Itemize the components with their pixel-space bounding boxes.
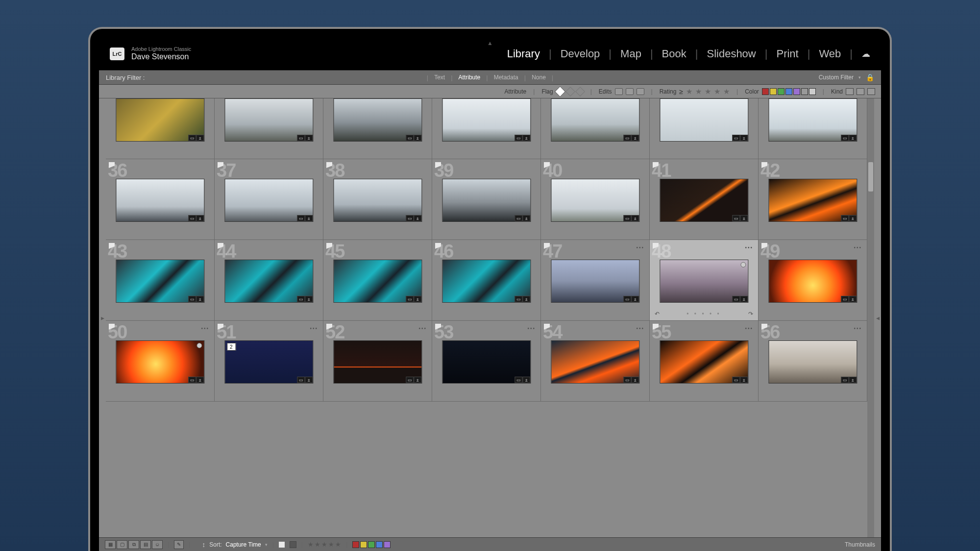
thumbnail-image[interactable]: ▭± — [768, 98, 857, 142]
thumbnail-cell[interactable]: ▭± — [432, 98, 541, 159]
thumbnail-image[interactable]: ▭± — [224, 260, 313, 303]
color-swatch-2[interactable] — [778, 88, 784, 95]
thumbnail-image[interactable]: ▭± — [551, 98, 639, 142]
thumbnail-cell[interactable]: 47•••▭± — [541, 240, 650, 321]
thumbnail-cell[interactable]: 40▭± — [541, 159, 650, 240]
thumbnail-image[interactable]: ▭± — [442, 340, 531, 383]
scrollbar-thumb[interactable] — [868, 162, 873, 192]
thumbnail-cell[interactable]: 37▭± — [215, 159, 323, 240]
thumbnail-image[interactable]: ▭± — [768, 260, 857, 303]
thumbnail-cell[interactable]: 45▭± — [323, 240, 432, 321]
more-icon[interactable]: ••• — [310, 326, 318, 331]
thumbnail-image[interactable]: ▭± — [660, 260, 748, 303]
thumbnail-cell[interactable]: ▭± — [323, 98, 432, 159]
more-icon[interactable]: ••• — [636, 326, 644, 331]
thumbnail-image[interactable]: ▭± — [551, 260, 639, 303]
people-view-icon[interactable]: ☺ — [152, 540, 163, 549]
rotate-right-icon[interactable]: ↷ — [748, 311, 753, 317]
nav-print[interactable]: Print — [767, 48, 807, 60]
filter-tab-metadata[interactable]: Metadata — [489, 74, 523, 81]
thumbnail-cell[interactable]: 51•••▭±2 — [215, 321, 323, 402]
edits-icon-1[interactable] — [615, 88, 623, 95]
scrollbar[interactable] — [867, 98, 874, 537]
thumbnail-cell[interactable]: 48•••▭±↶• • • • •↷ — [650, 240, 759, 321]
thumbnail-cell[interactable]: 46▭± — [432, 240, 541, 321]
custom-filter-label[interactable]: Custom Filter — [819, 74, 854, 81]
thumbnail-image[interactable]: ▭± — [660, 340, 748, 383]
rating-star-1[interactable]: ★ — [686, 87, 692, 96]
edits-icon-3[interactable] — [637, 88, 644, 95]
kind-virtual-icon[interactable] — [857, 88, 864, 95]
sort-direction-icon[interactable]: ↕ — [202, 541, 205, 549]
thumbnail-cell[interactable]: 43▭± — [106, 240, 215, 321]
flag-unflagged-icon[interactable] — [565, 87, 575, 96]
more-icon[interactable]: ••• — [745, 245, 753, 250]
nav-web[interactable]: Web — [810, 48, 850, 60]
grid-view-icon[interactable]: ▦ — [105, 540, 116, 549]
thumbnail-image[interactable]: ▭± — [551, 340, 639, 383]
loupe-view-icon[interactable]: ▢ — [117, 540, 127, 549]
thumbnail-image[interactable]: ▭± — [551, 179, 639, 222]
thumbnail-cell[interactable]: 49•••▭± — [759, 240, 867, 321]
thumbnail-cell[interactable]: 55•••▭± — [650, 321, 759, 402]
filter-tab-attribute[interactable]: Attribute — [454, 74, 486, 81]
thumbnail-cell[interactable]: 44▭± — [215, 240, 323, 321]
color-swatch-6[interactable] — [809, 88, 816, 95]
bottom-color-swatch-0[interactable] — [352, 541, 359, 548]
bottom-star-2[interactable]: ★ — [315, 541, 320, 548]
thumbnail-image[interactable]: ▭±2 — [224, 340, 313, 383]
more-icon[interactable]: ••• — [745, 326, 753, 331]
left-panel-handle[interactable]: ▸ — [99, 98, 106, 537]
thumbnail-cell[interactable]: ▭± — [106, 98, 215, 159]
expand-top-icon[interactable]: ▲ — [487, 40, 493, 47]
rating-star-4[interactable]: ★ — [714, 87, 720, 96]
right-panel-handle[interactable]: ◂ — [874, 98, 881, 537]
kind-video-icon[interactable] — [867, 88, 875, 95]
thumbnail-image[interactable]: ▭± — [442, 98, 531, 142]
color-swatch-0[interactable] — [762, 88, 769, 95]
painter-icon[interactable]: ✎ — [174, 540, 184, 549]
rating-star-5[interactable]: ★ — [723, 87, 730, 96]
color-swatch-1[interactable] — [770, 88, 777, 95]
lock-icon[interactable]: 🔒 — [866, 73, 874, 81]
thumbnail-image[interactable]: ▭± — [442, 260, 531, 303]
flag-flagged-icon[interactable] — [554, 86, 565, 97]
thumbnail-image[interactable]: ▭± — [768, 179, 857, 222]
thumbnail-image[interactable]: ▭± — [333, 98, 422, 142]
color-swatch-5[interactable] — [801, 88, 808, 95]
thumbnail-cell[interactable]: 39▭± — [432, 159, 541, 240]
thumbnail-image[interactable]: ▭± — [116, 260, 204, 303]
thumbnail-cell[interactable]: ▭± — [759, 98, 867, 159]
nav-develop[interactable]: Develop — [552, 48, 609, 60]
reject-mini-icon[interactable] — [290, 541, 296, 548]
thumbnail-image[interactable]: ▭± — [224, 98, 313, 142]
thumbnail-cell[interactable]: 56•••▭± — [759, 321, 867, 402]
thumbnail-cell[interactable]: 36▭± — [106, 159, 215, 240]
thumbnail-image[interactable]: ▭± — [116, 179, 204, 222]
thumbnail-cell[interactable]: ▭± — [541, 98, 650, 159]
chevron-down-icon[interactable]: ▾ — [265, 542, 268, 547]
nav-book[interactable]: Book — [653, 48, 695, 60]
filter-tab-text[interactable]: Text — [429, 74, 450, 81]
thumbnail-cell[interactable]: ▭± — [215, 98, 323, 159]
rating-star-3[interactable]: ★ — [705, 87, 711, 96]
kind-photo-icon[interactable] — [846, 88, 854, 95]
thumbnail-cell[interactable]: 41▭± — [650, 159, 759, 240]
bottom-color-swatch-2[interactable] — [368, 541, 375, 548]
more-icon[interactable]: ••• — [636, 245, 644, 250]
bottom-color-swatch-1[interactable] — [360, 541, 367, 548]
rotate-left-icon[interactable]: ↶ — [655, 311, 660, 317]
thumbnail-image[interactable]: ▭± — [768, 340, 857, 383]
more-icon[interactable]: ••• — [418, 326, 427, 331]
thumbnail-image[interactable]: ▭± — [333, 260, 422, 303]
thumbnail-image[interactable]: ▭± — [333, 179, 422, 222]
thumbnail-image[interactable]: ▭± — [660, 179, 748, 222]
bottom-color-swatch-3[interactable] — [376, 541, 383, 548]
more-icon[interactable]: ••• — [201, 326, 209, 331]
thumbnail-cell[interactable]: 50•••▭± — [106, 321, 215, 402]
rating-gte-icon[interactable]: ≥ — [679, 88, 683, 96]
stack-count-badge[interactable]: 2 — [227, 343, 236, 351]
color-swatch-3[interactable] — [785, 88, 792, 95]
more-icon[interactable]: ••• — [527, 326, 536, 331]
thumbnail-cell[interactable]: 38▭± — [323, 159, 432, 240]
